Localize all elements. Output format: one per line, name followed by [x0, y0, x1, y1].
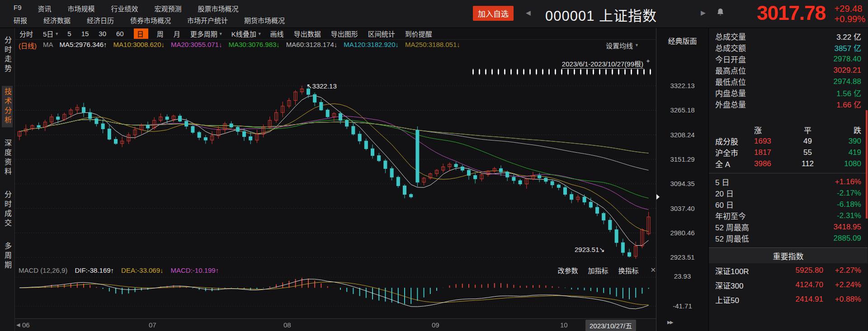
sidebar-tab[interactable]: 技术分析 [2, 86, 13, 127]
toolbar-item[interactable]: 到价提醒 [405, 29, 434, 38]
toolbar-item[interactable]: K线叠加 ▼ [231, 29, 262, 38]
menu-item[interactable]: 债券市场概况 [130, 15, 171, 25]
toolbar-item-label: 30 [99, 30, 106, 37]
stat-row: 总成交额 3857 亿 [709, 42, 868, 53]
prev-stock-icon[interactable]: ◀ [526, 9, 531, 16]
mini-candle-strip [472, 69, 656, 75]
sidebar-tab[interactable]: 深度资料 [2, 137, 13, 179]
next-stock-icon[interactable]: ▶ [701, 9, 706, 16]
stat-rows: 总成交量 3.22 亿 总成交额 3857 亿 今日开盘 2978.40 最高点… [709, 31, 868, 110]
period-row: 52 周最高 3418.95 [709, 221, 868, 233]
toolbar-item[interactable]: 30 [99, 30, 108, 37]
toolbar-item[interactable]: 更多周期 ▼ [190, 29, 223, 38]
toolbar-item[interactable]: 导出图形 [331, 29, 359, 38]
index-value: 4124.70 [774, 280, 823, 289]
sidebar-tab[interactable]: 分时成交 [2, 189, 13, 230]
macd-tool-button[interactable]: 换指标 [618, 266, 638, 275]
panel-scrollbar[interactable] [866, 110, 868, 219]
ma-value: MA120:3182.920↓ [344, 41, 399, 50]
menu-item[interactable]: 期货市场概况 [244, 15, 285, 25]
panel-collapse-handle[interactable] [656, 194, 660, 200]
toolbar-item[interactable]: 月 [174, 29, 182, 38]
toolbar-item-label: 5 [67, 30, 71, 37]
toolbar-item-label: 5日 [43, 29, 53, 38]
period-row: 60 日 -6.18% [709, 199, 868, 210]
toolbar-item[interactable]: 分时 [19, 29, 34, 38]
y-axis-label: 3322.13 [656, 82, 708, 89]
index-row[interactable]: 深证300 4124.70 +2.24% [709, 278, 868, 292]
menu-item[interactable]: 宏观预测 [155, 4, 182, 13]
index-change-percent: +2.27% [823, 266, 861, 275]
ma-value: MA [43, 41, 53, 50]
chart-column: 分时 5日 ▼ 5 15 30 60 [15, 28, 656, 331]
menu-item[interactable]: 资讯 [38, 4, 52, 13]
sidebar-tab[interactable]: 多周期 [2, 240, 13, 272]
classic-layout-button[interactable]: 经典版面 [656, 35, 708, 46]
stat-value: 2978.40 [834, 55, 861, 64]
change-value: +29.48 [835, 4, 865, 14]
menu-item[interactable]: 经济数据 [43, 15, 71, 25]
sidebar-tab[interactable]: 分时走势 [2, 34, 13, 76]
important-index-header: 重要指数 [709, 247, 868, 263]
menu-item[interactable]: 经济日历 [87, 15, 114, 25]
macd-tool-button[interactable]: 改参数 [557, 266, 578, 275]
right-info-panel: 总成交量 3.22 亿 总成交额 3857 亿 今日开盘 2978.40 最高点… [708, 28, 868, 331]
macd-value: MACD:-10.199↑ [170, 266, 219, 274]
index-name: 上证50 [715, 294, 774, 305]
y-axis-label: 3037.40 [656, 205, 708, 212]
ma-settings-button[interactable]: 设置均线▼ [606, 41, 639, 50]
period-label: 60 日 [715, 199, 734, 210]
close-icon[interactable]: ✕ [650, 266, 656, 274]
toolbar-item-label: 区间统计 [368, 29, 395, 38]
toolbar-item[interactable]: 60 [116, 30, 125, 37]
toolbar-item[interactable]: 5日 ▼ [43, 29, 59, 38]
caret-down-icon: ▼ [219, 32, 223, 36]
toolbar-item-label: 15 [81, 30, 89, 37]
stat-label: 最高点位 [715, 65, 746, 76]
toolbar-item-label: 导出数据 [294, 29, 321, 38]
stat-row: 外盘总量 1.66 亿 [709, 98, 868, 110]
toolbar-item[interactable]: 导出数据 [294, 29, 322, 38]
period-toolbar: 分时 5日 ▼ 5 15 30 60 [15, 28, 656, 40]
add-watchlist-button[interactable]: 加入自选 [473, 6, 514, 21]
period-performance-rows: 5 日 +1.16% 20 日 -2.17% 60 日 -6.18% 年初至今 … [709, 173, 868, 244]
month-label: 10 [560, 321, 568, 329]
menu-item[interactable]: 市场开户统计 [187, 15, 228, 25]
toolbar-item[interactable]: 周 [157, 29, 165, 38]
toolbar-item[interactable]: 日 [134, 28, 148, 39]
toolbar-item[interactable]: 5 [67, 30, 72, 37]
low-annotation: 2923.51↘ [575, 246, 605, 254]
last-price: 3017.78 [757, 2, 826, 24]
left-sidebar: 分时走势技术分析深度资料分时成交多周期 [0, 28, 15, 331]
alert-bell-icon[interactable] [717, 8, 724, 19]
stat-label: 总成交量 [715, 31, 746, 42]
flat-count: 112 [790, 159, 826, 168]
candlestick-chart[interactable]: 2023/6/1-2023/10/27(99根) ✦ ↖3322.13 2923… [15, 51, 656, 264]
pin-icon[interactable]: ✦ [646, 58, 651, 65]
toolbar-item[interactable]: 15 [81, 30, 90, 37]
scroll-right-icon[interactable]: ▶▶ [667, 320, 672, 325]
caret-down-icon: ▼ [635, 43, 639, 47]
index-row[interactable]: 深证100R 5925.80 +2.27% [709, 263, 868, 278]
menu-row-2: 研报经济数据经济日历债券市场概况市场开户统计期货市场概况 [14, 15, 285, 25]
month-label: 06 [22, 321, 30, 329]
menu-item[interactable]: 行业绩效 [111, 4, 138, 13]
group-name: 成分股 [715, 135, 754, 147]
toolbar-item[interactable]: 画线 [270, 29, 285, 38]
index-row[interactable]: 上证50 2414.91 +0.88% [709, 292, 868, 307]
menu-item[interactable]: 股票市场概况 [198, 4, 239, 13]
menu-item[interactable]: F9 [14, 4, 22, 13]
up-count: 1693 [754, 137, 790, 146]
macd-plot[interactable] [15, 276, 656, 318]
toolbar-item-label: 导出图形 [331, 29, 358, 38]
stat-value: 3857 亿 [834, 42, 861, 53]
menu-item[interactable]: 研报 [14, 15, 27, 25]
toolbar-item[interactable]: 区间统计 [368, 29, 396, 38]
updown-rows: 成分股 1693 49 390 沪全市 1817 55 419 全 A 3986 [709, 135, 868, 169]
scroll-left-icon[interactable]: ◀ [16, 322, 20, 328]
date-range-label[interactable]: 2023/6/1-2023/10/27(99根) [562, 59, 643, 69]
y-axis-label: 3094.35 [656, 180, 708, 187]
menu-item[interactable]: 市场规模 [68, 4, 95, 13]
macd-tool-button[interactable]: 加指标 [588, 266, 608, 275]
stock-title: 000001 上证指数 [545, 5, 657, 25]
